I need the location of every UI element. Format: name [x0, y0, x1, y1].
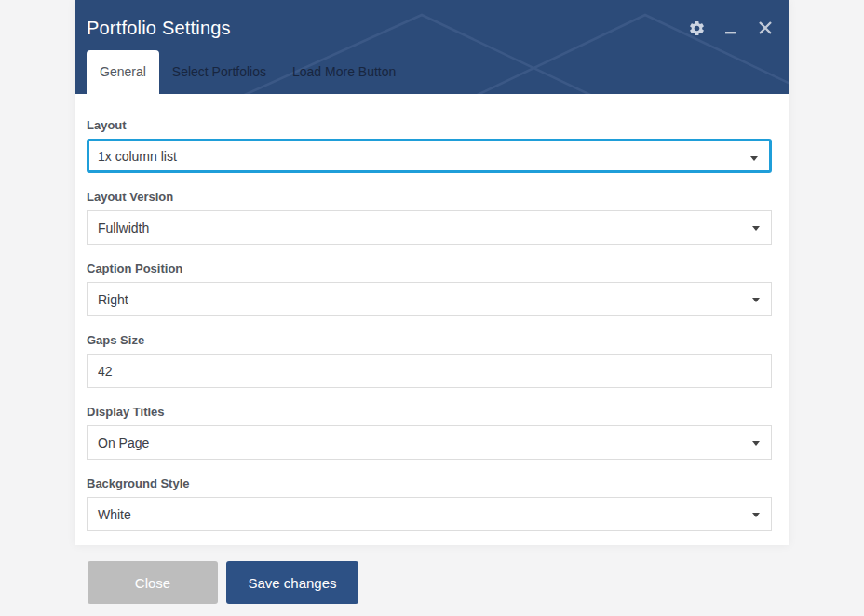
caption-position-label: Caption Position [87, 261, 772, 275]
display-titles-select-value: On Page [98, 435, 149, 450]
layout-select[interactable]: 1x column list [87, 139, 772, 173]
chevron-down-icon [752, 513, 760, 517]
display-titles-select[interactable]: On Page [87, 425, 772, 460]
gaps-size-label: Gaps Size [87, 333, 772, 347]
dialog-footer: Close Save changes [88, 561, 358, 604]
caption-position-select-value: Right [98, 292, 128, 307]
portfolio-settings-dialog: Portfolio Settings [75, 0, 789, 545]
chevron-down-icon [752, 298, 760, 302]
gear-icon[interactable] [686, 18, 707, 38]
field-caption-position: Caption Position Right [87, 261, 772, 316]
close-icon[interactable] [755, 18, 776, 38]
minimize-icon[interactable] [721, 18, 741, 38]
field-background-style: Background Style White [87, 476, 772, 531]
layout-label: Layout [87, 118, 772, 132]
field-gaps-size: Gaps Size [87, 333, 772, 388]
background-style-label: Background Style [87, 476, 772, 490]
caption-position-select[interactable]: Right [87, 282, 772, 316]
settings-form: Layout 1x column list Layout Version Ful… [75, 94, 789, 531]
field-layout-version: Layout Version Fullwidth [87, 190, 772, 245]
background-style-select[interactable]: White [87, 497, 772, 531]
chevron-down-icon [752, 441, 760, 446]
layout-select-value: 1x column list [98, 149, 177, 164]
background-style-select-value: White [98, 507, 131, 522]
close-button[interactable]: Close [88, 561, 218, 604]
dialog-titlebar: Portfolio Settings [75, 0, 789, 50]
save-changes-button[interactable]: Save changes [226, 561, 358, 604]
layout-version-select-value: Fullwidth [98, 221, 149, 235]
tab-load-more-button[interactable]: Load More Button [279, 50, 409, 94]
gaps-size-input[interactable] [87, 354, 772, 388]
field-display-titles: Display Titles On Page [87, 405, 772, 460]
tab-general[interactable]: General [87, 50, 159, 94]
dialog-header: Portfolio Settings [75, 0, 789, 94]
dialog-tabs: General Select Portfolios Load More Butt… [87, 50, 409, 94]
chevron-down-icon [752, 226, 760, 231]
layout-version-select[interactable]: Fullwidth [87, 210, 772, 245]
chevron-down-icon [750, 156, 758, 161]
window-controls [686, 18, 776, 38]
tab-select-portfolios[interactable]: Select Portfolios [159, 50, 279, 94]
display-titles-label: Display Titles [87, 405, 772, 419]
field-layout: Layout 1x column list [87, 118, 772, 173]
dialog-title: Portfolio Settings [87, 18, 231, 39]
layout-version-label: Layout Version [87, 190, 772, 204]
